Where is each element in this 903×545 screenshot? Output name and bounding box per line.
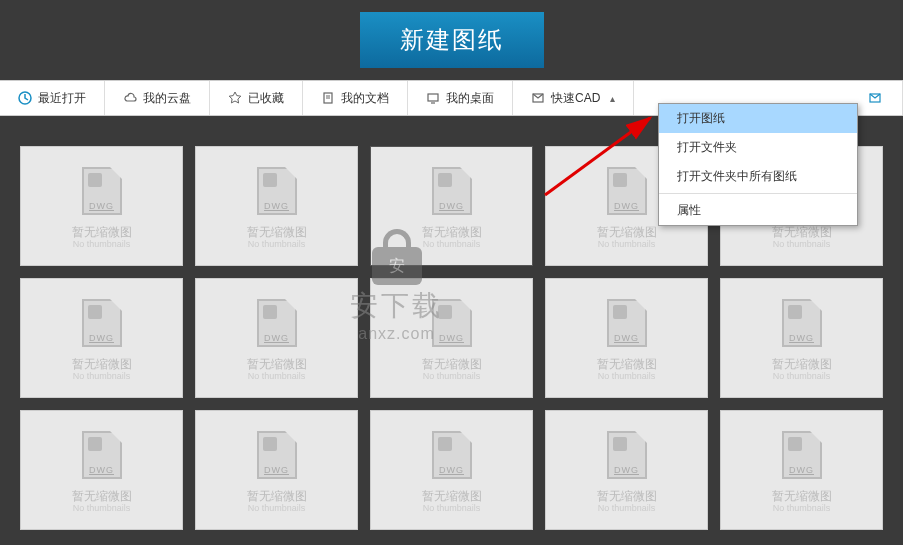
thumbnail-item[interactable]: DWG 暂无缩微图 No thumbnails [20,146,183,266]
menu-open-all-in-folder[interactable]: 打开文件夹中所有图纸 [659,162,857,191]
thumbnail-subcaption: No thumbnails [73,503,131,513]
desktop-icon [426,91,440,105]
thumbnail-caption: 暂无缩微图 [422,225,482,239]
clock-icon [18,91,32,105]
thumbnail-caption: 暂无缩微图 [247,489,307,503]
dwg-file-icon: DWG [78,163,126,219]
dwg-file-icon: DWG [428,427,476,483]
thumbnail-caption: 暂无缩微图 [422,489,482,503]
thumbnail-caption: 暂无缩微图 [597,225,657,239]
thumbnail-item[interactable]: DWG 暂无缩微图 No thumbnails [545,278,708,398]
thumbnail-caption: 暂无缩微图 [72,357,132,371]
thumbnail-item[interactable]: DWG 暂无缩微图 No thumbnails [720,410,883,530]
dwg-file-icon: DWG [778,427,826,483]
thumbnail-caption: 暂无缩微图 [247,225,307,239]
dwg-file-icon: DWG [428,163,476,219]
thumbnail-item[interactable]: DWG 暂无缩微图 No thumbnails [370,278,533,398]
tab-label: 我的桌面 [446,90,494,107]
thumbnail-caption: 暂无缩微图 [72,489,132,503]
mail-icon [868,91,882,105]
menu-open-drawing[interactable]: 打开图纸 [659,104,857,133]
thumbnail-caption: 暂无缩微图 [597,489,657,503]
thumbnail-caption: 暂无缩微图 [72,225,132,239]
thumbnail-subcaption: No thumbnails [773,239,831,249]
dwg-file-icon: DWG [78,427,126,483]
thumbnail-subcaption: No thumbnails [73,371,131,381]
thumbnail-item[interactable]: DWG 暂无缩微图 No thumbnails [195,410,358,530]
thumbnail-subcaption: No thumbnails [598,503,656,513]
menu-divider [659,193,857,194]
thumbnail-subcaption: No thumbnails [423,371,481,381]
tab-favorites[interactable]: 已收藏 [210,81,303,115]
thumbnail-subcaption: No thumbnails [248,503,306,513]
thumbnail-caption: 暂无缩微图 [772,225,832,239]
thumbnail-subcaption: No thumbnails [773,371,831,381]
dwg-file-icon: DWG [603,427,651,483]
thumbnail-subcaption: No thumbnails [598,239,656,249]
thumbnail-item[interactable]: DWG 暂无缩微图 No thumbnails [370,146,533,266]
thumbnail-subcaption: No thumbnails [248,371,306,381]
thumbnail-caption: 暂无缩微图 [247,357,307,371]
star-icon [228,91,242,105]
context-menu: 打开图纸 打开文件夹 打开文件夹中所有图纸 属性 [658,103,858,226]
tab-label: 我的云盘 [143,90,191,107]
dwg-file-icon: DWG [778,295,826,351]
thumbnail-subcaption: No thumbnails [73,239,131,249]
thumbnail-subcaption: No thumbnails [423,239,481,249]
menu-open-folder[interactable]: 打开文件夹 [659,133,857,162]
thumbnail-caption: 暂无缩微图 [772,489,832,503]
tab-cloud[interactable]: 我的云盘 [105,81,210,115]
thumbnail-item[interactable]: DWG 暂无缩微图 No thumbnails [195,278,358,398]
thumbnail-subcaption: No thumbnails [598,371,656,381]
tab-recent[interactable]: 最近打开 [0,81,105,115]
thumbnail-caption: 暂无缩微图 [597,357,657,371]
dwg-file-icon: DWG [253,427,301,483]
dwg-file-icon: DWG [428,295,476,351]
tab-documents[interactable]: 我的文档 [303,81,408,115]
new-drawing-button[interactable]: 新建图纸 [360,12,544,68]
tab-quickcad[interactable]: 快速CAD ▴ [513,81,634,115]
dwg-file-icon: DWG [603,163,651,219]
thumbnail-item[interactable]: DWG 暂无缩微图 No thumbnails [20,278,183,398]
tab-desktop[interactable]: 我的桌面 [408,81,513,115]
dwg-file-icon: DWG [253,295,301,351]
cloud-icon [123,91,137,105]
document-icon [321,91,335,105]
tab-label: 已收藏 [248,90,284,107]
mail-icon [531,91,545,105]
thumbnail-subcaption: No thumbnails [423,503,481,513]
tab-label: 最近打开 [38,90,86,107]
thumbnail-subcaption: No thumbnails [248,239,306,249]
thumbnail-caption: 暂无缩微图 [422,357,482,371]
thumbnail-item[interactable]: DWG 暂无缩微图 No thumbnails [720,278,883,398]
tab-label: 我的文档 [341,90,389,107]
dwg-file-icon: DWG [253,163,301,219]
thumbnail-subcaption: No thumbnails [773,503,831,513]
thumbnail-item[interactable]: DWG 暂无缩微图 No thumbnails [195,146,358,266]
menu-properties[interactable]: 属性 [659,196,857,225]
chevron-up-icon[interactable]: ▴ [610,93,615,104]
thumbnail-item[interactable]: DWG 暂无缩微图 No thumbnails [370,410,533,530]
svg-rect-4 [428,94,438,101]
dwg-file-icon: DWG [78,295,126,351]
dwg-file-icon: DWG [603,295,651,351]
thumbnail-item[interactable]: DWG 暂无缩微图 No thumbnails [20,410,183,530]
thumbnail-item[interactable]: DWG 暂无缩微图 No thumbnails [545,410,708,530]
tab-label: 快速CAD [551,90,600,107]
thumbnail-caption: 暂无缩微图 [772,357,832,371]
